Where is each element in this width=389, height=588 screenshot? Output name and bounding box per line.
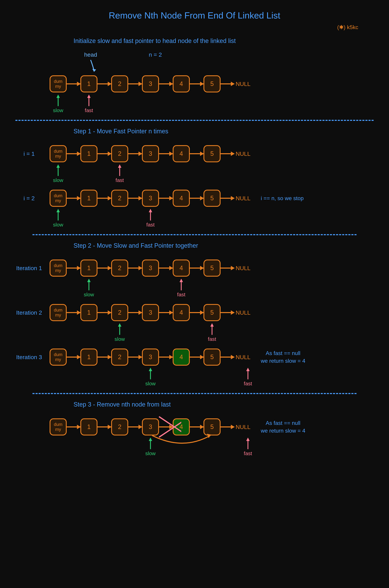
link-arrow-icon xyxy=(221,426,234,427)
arrow-up-icon xyxy=(148,367,153,379)
head-label: head xyxy=(80,51,101,58)
link-arrow-icon xyxy=(190,198,203,199)
page-title: Remove Nth Node From End Of Linked List xyxy=(8,10,381,21)
node-4: 4 xyxy=(173,304,190,321)
link-arrow-icon xyxy=(221,267,234,269)
null-label: NULL xyxy=(236,150,251,157)
return-note: As fast == null we return slow = 4 xyxy=(261,419,305,435)
link-arrow-icon xyxy=(159,153,173,154)
node-5: 5 xyxy=(203,304,221,321)
node-3: 3 xyxy=(142,349,159,366)
link-arrow-icon xyxy=(221,153,234,154)
node-4: 4 xyxy=(173,190,190,207)
link-arrow-icon xyxy=(159,198,173,199)
link-arrow-icon xyxy=(67,357,80,358)
dummy-node: dum my xyxy=(50,418,67,436)
slow-pointer: slow xyxy=(142,367,159,387)
link-arrow-icon xyxy=(190,153,203,154)
null-label: NULL xyxy=(236,309,251,316)
iteration-label-2: Iteration 2 xyxy=(8,309,50,316)
section-divider xyxy=(15,120,374,121)
link-arrow-icon xyxy=(97,357,111,358)
n-label: n = 2 xyxy=(149,51,162,58)
node-5: 5 xyxy=(203,190,221,207)
null-label: NULL xyxy=(236,265,251,271)
node-1: 1 xyxy=(80,304,97,321)
arrow-up-icon xyxy=(117,323,122,335)
dummy-node: dum my xyxy=(50,190,67,207)
node-2: 2 xyxy=(111,145,128,162)
arrow-up-icon xyxy=(117,164,122,176)
arrow-up-icon xyxy=(148,437,153,449)
node-1: 1 xyxy=(80,259,97,277)
node-5: 5 xyxy=(203,145,221,162)
link-arrow-icon xyxy=(67,198,80,199)
link-arrow-icon xyxy=(221,198,234,199)
node-4-highlight: 4 xyxy=(173,349,190,366)
null-label: NULL xyxy=(236,354,251,361)
link-arrow-icon xyxy=(190,312,203,313)
link-arrow-icon xyxy=(128,357,142,358)
link-arrow-icon xyxy=(128,267,142,269)
fast-pointer: fast xyxy=(239,367,257,387)
arrow-up-icon xyxy=(56,209,61,220)
link-arrow-icon xyxy=(128,312,142,313)
fast-pointer: fast xyxy=(173,278,190,297)
node-2: 2 xyxy=(111,304,128,321)
section-step2-heading: Step 2 - Move Slow and Fast Pointer toge… xyxy=(73,242,381,249)
arrow-up-icon xyxy=(209,323,215,335)
null-label: NULL xyxy=(236,195,251,202)
link-arrow-icon xyxy=(190,357,203,358)
link-arrow-icon xyxy=(97,198,111,199)
node-3: 3 xyxy=(142,190,159,207)
arrow-up-icon xyxy=(179,278,184,290)
link-arrow-icon xyxy=(128,198,142,199)
node-1: 1 xyxy=(80,190,97,207)
arrow-up-icon xyxy=(245,437,251,449)
link-arrow-icon xyxy=(97,426,111,427)
node-4: 4 xyxy=(173,259,190,277)
dummy-node: dum my xyxy=(50,75,67,92)
link-arrow-icon xyxy=(190,267,203,269)
slow-pointer: slow xyxy=(80,278,97,297)
null-label: NULL xyxy=(236,424,251,430)
fast-pointer: fast xyxy=(111,164,128,183)
fast-pointer: fast xyxy=(239,437,257,456)
iteration-label-3: Iteration 3 xyxy=(8,354,50,361)
link-arrow-icon xyxy=(97,83,111,84)
stop-note: i == n, so we stop xyxy=(261,194,304,202)
slow-pointer: slow xyxy=(50,209,67,228)
node-4-removed: 4 xyxy=(173,418,190,436)
node-2: 2 xyxy=(111,75,128,92)
node-2: 2 xyxy=(111,190,128,207)
node-1: 1 xyxy=(80,349,97,366)
node-2: 2 xyxy=(111,349,128,366)
section-init-heading: Initialize slow and fast pointer to head… xyxy=(73,37,381,44)
dummy-node: dum my xyxy=(50,349,67,366)
link-arrow-icon xyxy=(128,83,142,84)
link-arrow-icon xyxy=(221,83,234,84)
dummy-node: dum my xyxy=(50,259,67,277)
slow-pointer: slow xyxy=(142,437,159,456)
arrow-up-icon xyxy=(56,164,61,176)
node-5: 5 xyxy=(203,418,221,436)
section-divider xyxy=(32,393,357,394)
node-3: 3 xyxy=(142,304,159,321)
link-arrow-icon xyxy=(67,153,80,154)
arrow-up-icon xyxy=(86,278,92,290)
link-arrow-icon xyxy=(221,357,234,358)
node-1: 1 xyxy=(80,418,97,436)
node-5: 5 xyxy=(203,349,221,366)
slow-pointer: slow xyxy=(50,164,67,183)
node-1: 1 xyxy=(80,145,97,162)
fast-pointer: fast xyxy=(80,94,97,113)
link-arrow-icon xyxy=(128,153,142,154)
link-arrow-icon xyxy=(190,83,203,84)
slow-pointer: slow xyxy=(50,94,67,113)
node-3: 3 xyxy=(142,145,159,162)
link-arrow-icon xyxy=(159,357,173,358)
node-4: 4 xyxy=(173,145,190,162)
arrow-up-icon xyxy=(148,209,153,220)
dummy-node: dum my xyxy=(50,145,67,162)
node-4: 4 xyxy=(173,75,190,92)
